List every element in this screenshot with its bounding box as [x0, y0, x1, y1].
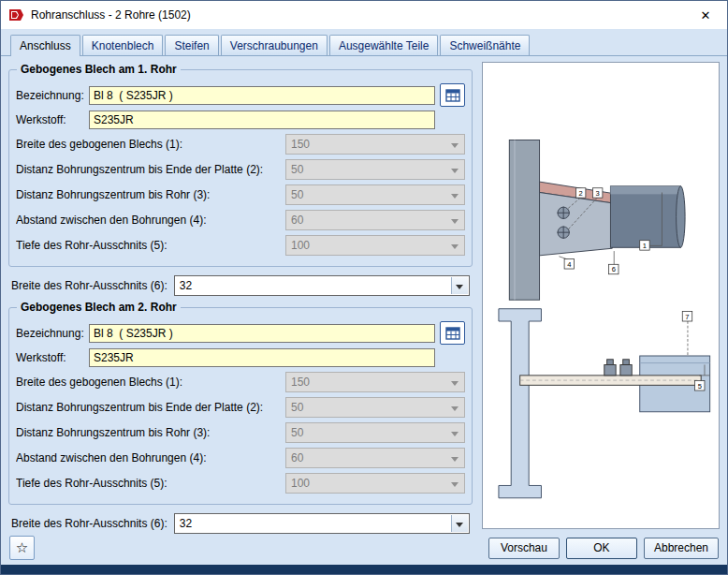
tab-steifen[interactable]: Steifen	[165, 35, 218, 55]
star-icon: ☆	[16, 539, 28, 556]
werkstoff-row: Werkstoff:	[16, 111, 465, 129]
tab-page-anschluss: Gebogenes Blech am 1. Rohr Bezeichnung:	[1, 56, 727, 531]
bezeichnung-input[interactable]	[89, 86, 435, 105]
preview-top-view	[509, 140, 685, 301]
ausschnitt-label: Breite des Rohr-Ausschnits (6):	[11, 279, 167, 292]
preview-panel: 2 3 1 4 6	[482, 62, 720, 529]
field-label: Breite des gebogenen Blechs (1):	[16, 376, 285, 389]
field-row: Tiefe des Rohr-Ausschnits (5): 100	[16, 235, 465, 256]
field-row: Abstand zwischen den Bohrungen (4): 60	[16, 448, 465, 468]
favorite-button[interactable]: ☆	[9, 536, 35, 560]
bottom-strip	[1, 565, 727, 574]
field-label: Abstand zwischen den Bohrungen (4):	[16, 451, 285, 464]
preview-drawing: 2 3 1 4 6	[483, 63, 719, 528]
table-icon	[445, 89, 460, 102]
ausschnitt-row-1: Breite des Rohr-Ausschnits (6): 32	[8, 275, 473, 296]
field-label: Distanz Bohrungszentrum bis Rohr (3):	[16, 188, 285, 201]
titlebar: Rohranschluss - 2 Rohre (1502) ✕	[1, 1, 727, 29]
svg-text:5: 5	[698, 382, 702, 391]
close-button[interactable]: ✕	[684, 1, 727, 29]
abbrechen-button[interactable]: Abbrechen	[644, 538, 719, 559]
breite-ausschnitt-combo-1[interactable]: 32	[174, 275, 470, 296]
table-icon	[445, 327, 460, 340]
field-label: Distanz Bohrungszentrum bis Ende der Pla…	[16, 401, 285, 414]
field-label: Breite des gebogenen Blechs (1):	[16, 138, 285, 151]
distanz-platte-combo: 50	[285, 159, 465, 180]
bezeichnung-label: Bezeichnung:	[16, 89, 89, 102]
svg-text:7: 7	[685, 313, 689, 321]
werkstoff-input-2[interactable]	[89, 348, 435, 367]
field-row: Distanz Bohrungszentrum bis Ende der Pla…	[16, 397, 465, 418]
field-row: Distanz Bohrungszentrum bis Rohr (3): 50	[16, 184, 465, 205]
tab-verschraubungen[interactable]: Verschraubungen	[221, 35, 328, 55]
field-row: Distanz Bohrungszentrum bis Ende der Pla…	[16, 159, 465, 180]
ok-button[interactable]: OK	[566, 538, 637, 559]
field-label: Tiefe des Rohr-Ausschnits (5):	[16, 239, 285, 252]
tiefe-ausschnitt-combo-2: 100	[285, 473, 465, 494]
select-plate-button[interactable]	[440, 83, 465, 107]
werkstoff-label: Werkstoff:	[16, 113, 89, 126]
abstand-bohrungen-combo: 60	[285, 210, 465, 230]
ausschnitt-label: Breite des Rohr-Ausschnits (6):	[11, 517, 167, 530]
field-label: Distanz Bohrungszentrum bis Ende der Pla…	[16, 163, 285, 176]
field-label: Abstand zwischen den Bohrungen (4):	[16, 214, 285, 227]
footer: ☆ Vorschau OK Abbrechen	[1, 531, 727, 565]
vorschau-button[interactable]: Vorschau	[488, 538, 560, 559]
bezeichnung-input-2[interactable]	[89, 324, 435, 343]
breite-ausschnitt-combo-2b[interactable]: 32	[174, 513, 470, 534]
field-row: Distanz Bohrungszentrum bis Rohr (3): 50	[16, 422, 465, 443]
svg-text:3: 3	[596, 189, 600, 198]
svg-text:1: 1	[643, 242, 647, 250]
distanz-rohr-combo: 50	[285, 184, 465, 205]
bezeichnung-label: Bezeichnung:	[16, 327, 89, 340]
window-title: Rohranschluss - 2 Rohre (1502)	[31, 8, 684, 22]
field-label: Tiefe des Rohr-Ausschnits (5):	[16, 477, 285, 490]
tab-anschluss[interactable]: Anschluss	[10, 35, 80, 56]
field-row: Breite des gebogenen Blechs (1): 150	[16, 134, 465, 155]
tiefe-ausschnitt-combo: 100	[285, 235, 465, 256]
werkstoff-row: Werkstoff:	[16, 348, 465, 367]
tab-knotenblech[interactable]: Knotenblech	[82, 35, 164, 55]
distanz-platte-combo-2: 50	[285, 397, 465, 418]
tab-strip: Anschluss Knotenblech Steifen Verschraub…	[1, 29, 727, 56]
field-row: Tiefe des Rohr-Ausschnits (5): 100	[16, 473, 465, 494]
bezeichnung-row: Bezeichnung:	[16, 321, 465, 345]
field-row: Breite des gebogenen Blechs (1): 150	[16, 372, 465, 392]
svg-text:2: 2	[579, 189, 583, 198]
svg-text:6: 6	[612, 265, 616, 273]
distanz-rohr-combo-2: 50	[285, 422, 465, 443]
form-panel: Gebogenes Blech am 1. Rohr Bezeichnung:	[8, 62, 473, 529]
group-blech-rohr-1: Gebogenes Blech am 1. Rohr Bezeichnung:	[8, 69, 473, 267]
svg-text:4: 4	[567, 260, 571, 269]
group-blech-rohr-2: Gebogenes Blech am 2. Rohr Bezeichnung:	[8, 307, 473, 505]
group-title: Gebogenes Blech am 1. Rohr	[17, 63, 181, 76]
werkstoff-label: Werkstoff:	[16, 351, 89, 364]
group-title: Gebogenes Blech am 2. Rohr	[17, 301, 181, 314]
breite-blech-combo-2: 150	[285, 372, 465, 392]
breite-blech-combo: 150	[285, 134, 465, 155]
tab-ausgewaehlte-teile[interactable]: Ausgewählte Teile	[329, 35, 439, 55]
field-label: Distanz Bohrungszentrum bis Rohr (3):	[16, 426, 285, 439]
bezeichnung-row: Bezeichnung:	[16, 83, 465, 107]
dialog-rohranschluss: Rohranschluss - 2 Rohre (1502) ✕ Anschlu…	[0, 0, 728, 575]
abstand-bohrungen-combo-2: 60	[285, 448, 465, 468]
field-row: Abstand zwischen den Bohrungen (4): 60	[16, 210, 465, 230]
select-plate-button-2[interactable]	[440, 321, 465, 345]
app-icon	[8, 7, 24, 23]
tab-schweissnaehte[interactable]: Schweißnähte	[440, 35, 530, 55]
preview-bottom-view	[499, 309, 710, 498]
werkstoff-input[interactable]	[89, 111, 435, 129]
